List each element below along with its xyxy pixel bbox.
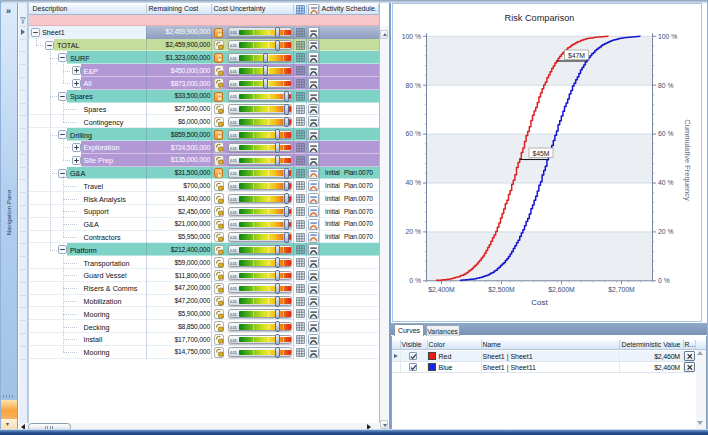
- svg-text:80 %: 80 %: [658, 82, 674, 89]
- svg-text:$47M: $47M: [567, 52, 584, 59]
- svg-text:$2,600M: $2,600M: [548, 286, 575, 293]
- svg-text:$2,700M: $2,700M: [608, 286, 635, 293]
- svg-text:20 %: 20 %: [658, 228, 674, 235]
- svg-text:100 %: 100 %: [401, 33, 420, 40]
- svg-text:40 %: 40 %: [405, 179, 421, 186]
- svg-text:$2,500M: $2,500M: [488, 286, 515, 293]
- svg-text:0 %: 0 %: [658, 277, 670, 284]
- svg-text:$2,400M: $2,400M: [428, 286, 455, 293]
- svg-text:80 %: 80 %: [405, 82, 421, 89]
- svg-text:0 %: 0 %: [409, 277, 421, 284]
- svg-text:$45M: $45M: [532, 150, 549, 157]
- svg-text:60 %: 60 %: [658, 130, 674, 137]
- svg-text:100 %: 100 %: [658, 33, 677, 40]
- svg-text:40 %: 40 %: [658, 179, 674, 186]
- svg-text:20 %: 20 %: [405, 228, 421, 235]
- svg-text:Risk Comparison: Risk Comparison: [504, 13, 574, 23]
- svg-text:Cost: Cost: [531, 298, 548, 307]
- svg-text:60 %: 60 %: [405, 130, 421, 137]
- svg-text:Cummulative Frequency: Cummulative Frequency: [682, 119, 691, 201]
